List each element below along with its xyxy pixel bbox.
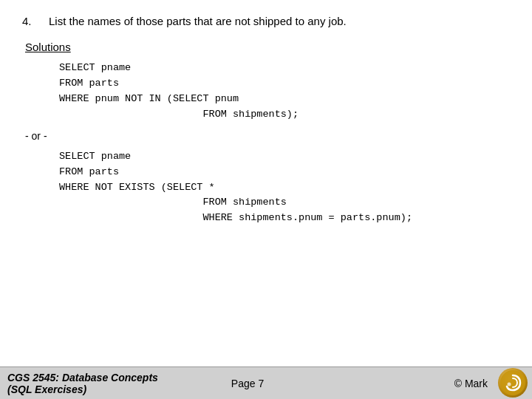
logo-circle xyxy=(498,368,528,398)
footer-page: Page 7 xyxy=(168,378,328,389)
sol2-line4: FROM shipments xyxy=(59,195,510,211)
sol1-line3: WHERE pnum NOT IN (SELECT pnum xyxy=(59,92,510,107)
sol1-line2: FROM parts xyxy=(59,76,510,92)
sol1-line1: SELECT pname xyxy=(59,61,510,76)
svg-point-1 xyxy=(508,383,511,386)
sol2-line3: WHERE NOT EXISTS (SELECT * xyxy=(59,180,510,196)
solutions-label: Solutions xyxy=(22,41,510,53)
question-number: 4. xyxy=(22,15,49,27)
svg-point-0 xyxy=(500,370,525,395)
sol2-line1: SELECT pname xyxy=(59,149,510,165)
solution1-block: SELECT pname FROM parts WHERE pnum NOT I… xyxy=(22,61,510,123)
sol1-line4: FROM shipments); xyxy=(59,107,510,123)
main-content: 4. List the names of those parts that ar… xyxy=(0,0,532,236)
or-separator: - or - xyxy=(25,130,510,142)
question-text: List the names of those parts that are n… xyxy=(49,15,347,27)
footer-title: CGS 2545: Database Concepts (SQL Exercis… xyxy=(7,372,168,395)
footer-copyright: © Mark xyxy=(327,378,525,389)
sol2-line5: WHERE shipments.pnum = parts.pnum); xyxy=(59,211,510,226)
question-row: 4. List the names of those parts that ar… xyxy=(22,15,510,27)
solution2-block: SELECT pname FROM parts WHERE NOT EXISTS… xyxy=(22,149,510,227)
sol2-line2: FROM parts xyxy=(59,165,510,180)
footer: CGS 2545: Database Concepts (SQL Exercis… xyxy=(0,366,532,399)
logo-svg xyxy=(499,369,526,396)
footer-logo xyxy=(498,368,528,398)
